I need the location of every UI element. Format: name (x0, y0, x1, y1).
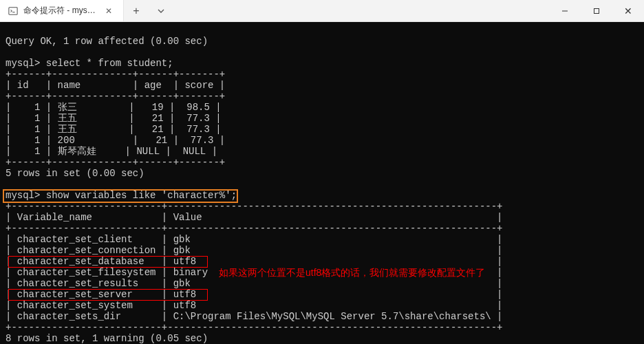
tab-close-button[interactable]: ✕ (103, 5, 115, 17)
table-border: +--------------------------+------------… (6, 322, 503, 333)
terminal-icon (8, 6, 18, 16)
maximize-button[interactable] (581, 0, 612, 21)
table-row: | character_set_results | gbk | (6, 278, 503, 289)
table-footer: 5 rows in set (0.00 sec) (6, 168, 144, 179)
table-border: +------+--------------+------+-------+ (6, 69, 225, 80)
table-row: | character_sets_dir | C:\Program Files\… (6, 311, 503, 322)
table-row: | character_set_connection | gbk | (6, 245, 503, 256)
table-border: +--------------------------+------------… (6, 223, 503, 234)
table-border: +------+--------------+------+-------+ (6, 91, 225, 102)
window-titlebar: 命令提示符 - mysql -h 127.0.0. ✕ + ✕ (0, 0, 644, 22)
table-header: | id | name | age | score | (6, 80, 225, 91)
svg-rect-0 (9, 7, 17, 14)
table-row: | character_set_database | utf8 | (6, 256, 503, 267)
sql-prompt-showvars: mysql> show variables like 'character%'; (6, 190, 237, 201)
table-header: | Variable_name | Value | (6, 212, 503, 223)
table-row: | character_set_filesystem | binary | (6, 267, 503, 278)
titlebar-drag-area[interactable] (173, 0, 549, 21)
table-footer: 8 rows in set, 1 warning (0.05 sec) (6, 333, 208, 344)
svg-rect-3 (594, 8, 599, 13)
terminal-output[interactable]: Query OK, 1 row affected (0.00 sec) mysq… (0, 22, 644, 344)
table-row: | 1 | 王五 | 21 | 77.3 | (6, 124, 222, 135)
tab-title: 命令提示符 - mysql -h 127.0.0. (23, 5, 97, 17)
table-border: +------+--------------+------+-------+ (6, 157, 225, 168)
table-row: | 1 | 张三 | 19 | 98.5 | (6, 102, 222, 113)
table-row: | character_set_system | utf8 | (6, 300, 503, 311)
table-row: | character_set_client | gbk | (6, 234, 503, 245)
table-row: | 1 | 斯琴高娃 | NULL | NULL | (6, 146, 217, 157)
new-tab-button[interactable]: + (124, 0, 149, 21)
query-ok-line: Query OK, 1 row affected (0.00 sec) (6, 36, 208, 47)
table-border: +--------------------------+------------… (6, 201, 503, 212)
tab-dropdown-button[interactable] (149, 0, 173, 21)
minimize-button[interactable] (549, 0, 581, 21)
table-row: | character_set_server | utf8 | (6, 289, 503, 300)
window-controls: ✕ (549, 0, 644, 21)
terminal-tab[interactable]: 命令提示符 - mysql -h 127.0.0. ✕ (0, 0, 124, 21)
table-row: | 1 | 200 | 21 | 77.3 | (6, 135, 225, 146)
sql-prompt-select: mysql> select * from student; (6, 58, 173, 69)
close-button[interactable]: ✕ (612, 0, 644, 21)
table-row: | 1 | 王五 | 21 | 77.3 | (6, 113, 222, 124)
